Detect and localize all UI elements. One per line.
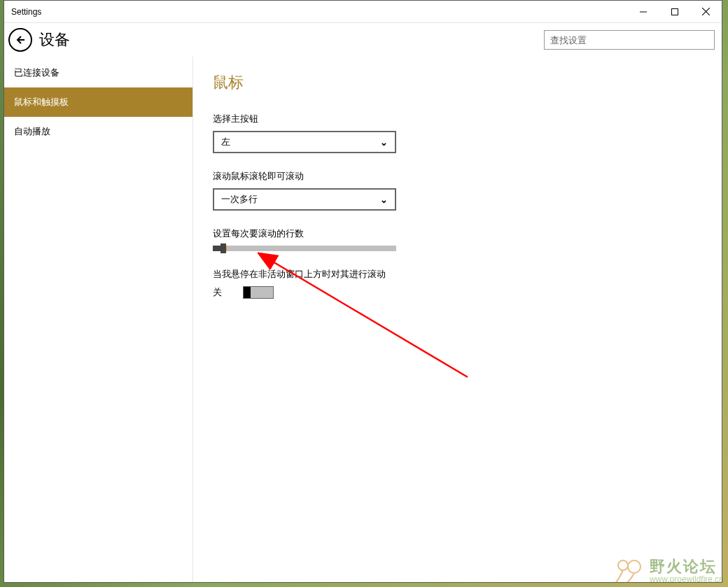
sidebar: 已连接设备 鼠标和触摸板 自动播放 xyxy=(4,57,193,582)
page-title: 鼠标 xyxy=(213,72,702,93)
chevron-down-icon: ⌄ xyxy=(380,195,388,205)
section-title: 设备 xyxy=(39,29,70,50)
titlebar: Settings xyxy=(4,1,722,23)
scroll-wheel-label: 滚动鼠标滚轮即可滚动 xyxy=(213,170,702,183)
window-controls xyxy=(627,1,722,22)
dropdown-value: 一次多行 xyxy=(221,193,258,206)
primary-button-block: 选择主按钮 左 ⌄ xyxy=(213,113,702,153)
header-left: 设备 xyxy=(8,28,70,52)
lines-to-scroll-label: 设置每次要滚动的行数 xyxy=(213,227,702,240)
sidebar-item-label: 已连接设备 xyxy=(14,66,59,79)
lines-to-scroll-block: 设置每次要滚动的行数 xyxy=(213,227,702,251)
maximize-icon xyxy=(671,8,678,15)
sidebar-item-mouse-touchpad[interactable]: 鼠标和触摸板 xyxy=(4,87,192,117)
header: 设备 xyxy=(4,23,722,57)
minimize-icon xyxy=(640,8,647,15)
toggle-row: 关 xyxy=(213,286,702,299)
minimize-button[interactable] xyxy=(627,1,659,22)
window-title: Settings xyxy=(11,7,41,17)
back-arrow-icon xyxy=(15,34,26,45)
primary-button-label: 选择主按钮 xyxy=(213,113,702,125)
primary-button-dropdown[interactable]: 左 ⌄ xyxy=(213,131,396,153)
dropdown-value: 左 xyxy=(221,136,230,148)
close-icon xyxy=(702,8,710,15)
slider-thumb[interactable] xyxy=(220,243,226,253)
scroll-wheel-dropdown[interactable]: 一次多行 ⌄ xyxy=(213,188,396,211)
maximize-button[interactable] xyxy=(659,1,690,22)
settings-window: Settings 设备 xyxy=(4,0,722,583)
lines-slider[interactable] xyxy=(213,246,396,251)
back-button[interactable] xyxy=(8,28,32,52)
sidebar-item-connected-devices[interactable]: 已连接设备 xyxy=(4,58,192,87)
svg-rect-1 xyxy=(671,8,678,15)
inactive-window-toggle[interactable] xyxy=(243,286,274,299)
sidebar-item-label: 鼠标和触摸板 xyxy=(14,96,69,108)
scroll-wheel-block: 滚动鼠标滚轮即可滚动 一次多行 ⌄ xyxy=(213,170,702,211)
inactive-window-block: 当我悬停在非活动窗口上方时对其进行滚动 关 xyxy=(213,268,702,299)
toggle-thumb xyxy=(244,287,251,298)
close-button[interactable] xyxy=(690,1,722,22)
search-input[interactable] xyxy=(544,30,715,50)
inactive-window-label: 当我悬停在非活动窗口上方时对其进行滚动 xyxy=(213,268,702,281)
content: 鼠标 选择主按钮 左 ⌄ 滚动鼠标滚轮即可滚动 一次多行 ⌄ xyxy=(193,57,722,582)
sidebar-item-label: 自动播放 xyxy=(14,125,50,138)
toggle-state: 关 xyxy=(213,286,222,299)
sidebar-item-autoplay[interactable]: 自动播放 xyxy=(4,117,192,146)
chevron-down-icon: ⌄ xyxy=(380,137,388,148)
body: 已连接设备 鼠标和触摸板 自动播放 鼠标 选择主按钮 左 ⌄ xyxy=(4,57,722,582)
